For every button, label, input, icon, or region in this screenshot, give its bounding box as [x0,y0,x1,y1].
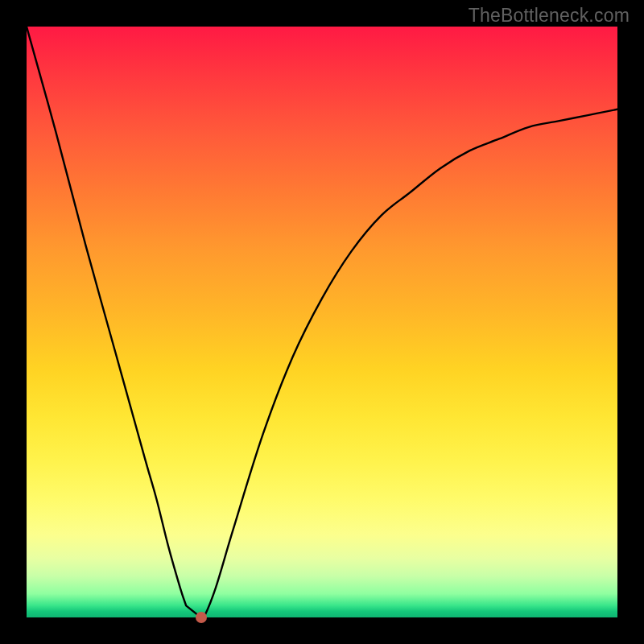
plot-area [27,27,617,617]
watermark-text: TheBottleneck.com [469,5,630,27]
optimal-point-marker [196,612,207,623]
chart-frame: TheBottleneck.com [0,0,644,644]
bottleneck-curve [27,27,617,617]
